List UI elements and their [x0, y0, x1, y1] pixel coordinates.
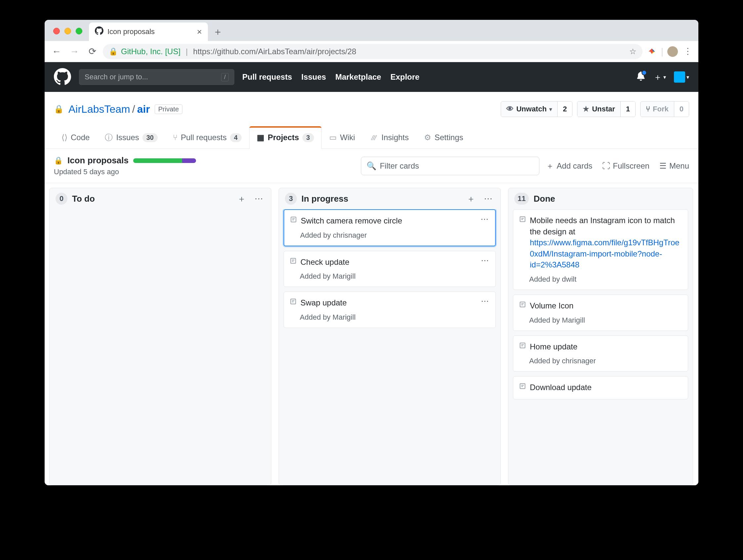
eye-icon: 👁: [506, 105, 514, 114]
card-menu-icon[interactable]: ⋯: [481, 215, 489, 223]
nav-pull-requests[interactable]: Pull requests: [242, 73, 292, 82]
book-icon: ▭: [329, 133, 337, 142]
fullscreen-button[interactable]: ⛶Fullscreen: [602, 161, 650, 171]
tab-pull-requests[interactable]: ⑂Pull requests4: [165, 126, 249, 149]
nav-issues[interactable]: Issues: [301, 73, 326, 82]
fullscreen-label: Fullscreen: [613, 161, 650, 171]
reload-button[interactable]: ⟳: [85, 44, 99, 59]
column-to-do: 0 To do ＋ ⋯: [49, 188, 271, 485]
add-card-icon[interactable]: ＋: [235, 193, 248, 205]
browser-tab-strip: Icon proposals × ＋: [45, 20, 698, 41]
tab-settings-label: Settings: [435, 133, 464, 142]
url-organization: GitHub, Inc. [US]: [121, 47, 180, 56]
window-zoom-button[interactable]: [76, 28, 82, 34]
url-text: https://github.com/AirLabsTeam/air/proje…: [193, 47, 356, 56]
repo-name-link[interactable]: air: [137, 103, 150, 115]
fullscreen-icon: ⛶: [602, 161, 610, 171]
browser-window: Icon proposals × ＋ ← → ⟳ 🔒 GitHub, Inc. …: [45, 20, 698, 485]
column-menu-icon[interactable]: ⋯: [253, 194, 265, 204]
project-card[interactable]: Check update ⋯ Added by Marigill: [283, 251, 496, 287]
project-header: 🔒 Icon proposals Updated 5 days ago 🔍 Fi…: [45, 149, 698, 183]
progress-done: [133, 158, 182, 163]
note-icon: [519, 342, 526, 350]
card-link[interactable]: https://www.figma.com/file/g19vTfBHgTroe…: [530, 238, 680, 269]
watch-count[interactable]: 2: [558, 101, 572, 117]
column-body[interactable]: Switch camera remove circle ⋯ Added by c…: [279, 209, 500, 333]
new-tab-button[interactable]: ＋: [211, 25, 225, 39]
tab-insights[interactable]: ⫻Insights: [362, 126, 417, 149]
github-favicon-icon: [95, 27, 103, 37]
pulls-count: 4: [230, 133, 242, 142]
card-menu-icon[interactable]: ⋯: [481, 297, 489, 305]
project-card[interactable]: Volume Icon Added by Marigill: [513, 295, 688, 331]
menu-label: Menu: [669, 161, 689, 171]
project-card[interactable]: Swap update ⋯ Added by Marigill: [283, 292, 496, 328]
column-body[interactable]: [50, 209, 271, 214]
notifications-bell-icon[interactable]: [636, 72, 646, 83]
bookmark-star-icon[interactable]: ☆: [629, 47, 637, 56]
project-updated-text: Updated 5 days ago: [54, 168, 196, 176]
tab-pulls-label: Pull requests: [181, 133, 227, 142]
project-card[interactable]: Mobile needs an Instagram icon to match …: [513, 209, 688, 290]
add-cards-button[interactable]: ＋Add cards: [546, 161, 592, 171]
notification-indicator: [642, 70, 647, 75]
tab-projects[interactable]: ▦Projects3: [249, 126, 321, 149]
tab-settings[interactable]: ⚙Settings: [417, 126, 471, 149]
browser-profile-button[interactable]: [667, 46, 679, 57]
add-card-icon[interactable]: ＋: [465, 193, 477, 205]
user-menu-button[interactable]: ▾: [674, 72, 689, 83]
tab-issues[interactable]: ⓘIssues30: [97, 126, 165, 149]
column-header: 0 To do ＋ ⋯: [50, 188, 271, 209]
back-button[interactable]: ←: [49, 44, 64, 59]
address-bar[interactable]: 🔒 GitHub, Inc. [US] | https://github.com…: [103, 44, 643, 59]
project-card[interactable]: Download update: [513, 376, 688, 399]
column-menu-icon[interactable]: ⋯: [482, 194, 494, 204]
fork-button-group[interactable]: ⑂Fork 0: [640, 101, 689, 117]
note-icon: [519, 216, 526, 223]
project-title: Icon proposals: [68, 156, 129, 166]
watch-button-group[interactable]: 👁Unwatch▾ 2: [501, 101, 572, 117]
fork-count[interactable]: 0: [674, 101, 689, 117]
card-menu-icon[interactable]: ⋯: [481, 257, 489, 264]
card-title: Download update: [530, 382, 682, 393]
repo-breadcrumb: AirLabsTeam/air: [69, 103, 150, 115]
user-avatar-icon: [674, 72, 685, 83]
project-card[interactable]: Switch camera remove circle ⋯ Added by c…: [283, 209, 496, 246]
fork-label: Fork: [653, 105, 669, 114]
code-icon: ⟨⟩: [61, 133, 68, 142]
extension-icon[interactable]: [646, 46, 658, 57]
card-author: Marigill: [333, 313, 356, 321]
nav-explore[interactable]: Explore: [390, 73, 420, 82]
window-close-button[interactable]: [53, 28, 60, 34]
star-button-group[interactable]: ★Unstar 1: [577, 101, 636, 117]
github-logo-icon[interactable]: [54, 68, 71, 86]
browser-tab[interactable]: Icon proposals ×: [89, 23, 208, 41]
tab-title: Icon proposals: [107, 28, 193, 36]
tab-code[interactable]: ⟨⟩Code: [54, 126, 97, 149]
project-card[interactable]: Home update Added by chrisnager: [513, 336, 688, 372]
star-label: Unstar: [592, 105, 615, 114]
projects-count: 3: [302, 133, 314, 142]
card-author: chrisnager: [333, 231, 367, 239]
window-minimize-button[interactable]: [64, 28, 71, 34]
column-done: 11 Done Mobile needs an Instagram icon t…: [508, 188, 693, 485]
nav-marketplace[interactable]: Marketplace: [335, 73, 381, 82]
create-new-button[interactable]: ＋▾: [653, 72, 666, 83]
filter-placeholder: Filter cards: [380, 161, 419, 171]
search-placeholder: Search or jump to...: [85, 73, 148, 81]
browser-menu-button[interactable]: ⋮: [682, 46, 694, 57]
star-count[interactable]: 1: [621, 101, 635, 117]
tab-wiki[interactable]: ▭Wiki: [321, 126, 362, 149]
menu-icon: ☰: [659, 161, 667, 171]
github-search[interactable]: Search or jump to... /: [79, 69, 234, 85]
project-menu-button[interactable]: ☰Menu: [659, 161, 689, 171]
repo-owner-link[interactable]: AirLabsTeam: [69, 103, 130, 115]
card-meta: Added by Marigill: [290, 313, 489, 321]
tab-close-icon[interactable]: ×: [197, 27, 202, 37]
filter-cards-input[interactable]: 🔍 Filter cards: [361, 157, 539, 175]
column-body[interactable]: Mobile needs an Instagram icon to match …: [508, 209, 693, 404]
column-count: 3: [285, 193, 297, 205]
forward-button[interactable]: →: [67, 44, 82, 59]
column-header: 11 Done: [508, 188, 693, 209]
progress-in-progress: [182, 158, 196, 163]
